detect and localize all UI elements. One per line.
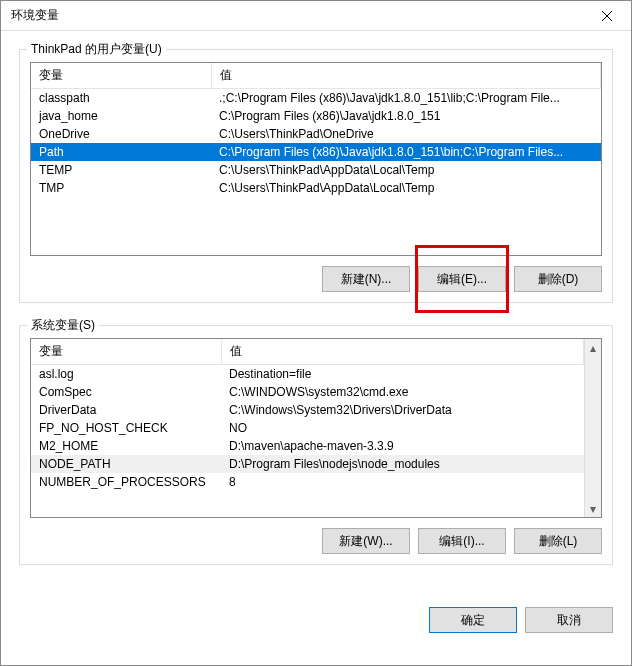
cell-value: Destination=file <box>221 365 584 384</box>
table-row[interactable]: NODE_PATHD:\Program Files\nodejs\node_mo… <box>31 455 584 473</box>
cell-name: java_home <box>31 107 211 125</box>
column-header-value[interactable]: 值 <box>211 63 601 89</box>
cell-value: 8 <box>221 473 584 491</box>
table-row[interactable]: PathC:\Program Files (x86)\Java\jdk1.8.0… <box>31 143 601 161</box>
dialog-content: ThinkPad 的用户变量(U) 变量 值 classpath.;C:\Pro… <box>1 31 631 597</box>
cell-name: TMP <box>31 179 211 197</box>
cell-value: .;C:\Program Files (x86)\Java\jdk1.8.0_1… <box>211 89 601 108</box>
close-icon <box>602 11 612 21</box>
scroll-up-icon[interactable]: ▴ <box>585 339 601 356</box>
scrollbar[interactable]: ▴ ▾ <box>584 339 601 517</box>
user-variables-table[interactable]: 变量 值 classpath.;C:\Program Files (x86)\J… <box>30 62 602 256</box>
cell-name: asl.log <box>31 365 221 384</box>
ok-button[interactable]: 确定 <box>429 607 517 633</box>
cell-value: D:\Program Files\nodejs\node_modules <box>221 455 584 473</box>
new-button[interactable]: 新建(N)... <box>322 266 410 292</box>
table-header-row[interactable]: 变量 值 <box>31 63 601 89</box>
scroll-down-icon[interactable]: ▾ <box>585 500 601 517</box>
cell-name: DriverData <box>31 401 221 419</box>
cell-name: Path <box>31 143 211 161</box>
cell-value: C:\WINDOWS\system32\cmd.exe <box>221 383 584 401</box>
window-title: 环境变量 <box>11 7 584 24</box>
system-variables-legend: 系统变量(S) <box>27 317 99 334</box>
cell-value: C:\Users\ThinkPad\AppData\Local\Temp <box>211 161 601 179</box>
edit-button[interactable]: 编辑(I)... <box>418 528 506 554</box>
table-row[interactable]: TEMPC:\Users\ThinkPad\AppData\Local\Temp <box>31 161 601 179</box>
table-row[interactable]: NUMBER_OF_PROCESSORS8 <box>31 473 584 491</box>
column-header-name[interactable]: 变量 <box>31 339 221 365</box>
table-row[interactable]: ComSpecC:\WINDOWS\system32\cmd.exe <box>31 383 584 401</box>
table-row[interactable]: asl.logDestination=file <box>31 365 584 384</box>
cancel-button[interactable]: 取消 <box>525 607 613 633</box>
system-vars-button-row: 新建(W)... 编辑(I)... 删除(L) <box>30 528 602 554</box>
new-button[interactable]: 新建(W)... <box>322 528 410 554</box>
delete-button[interactable]: 删除(L) <box>514 528 602 554</box>
system-variables-table[interactable]: 变量 值 asl.logDestination=fileComSpecC:\WI… <box>30 338 602 518</box>
delete-button[interactable]: 删除(D) <box>514 266 602 292</box>
dialog-button-row: 确定 取消 <box>1 597 631 647</box>
table-header-row[interactable]: 变量 值 <box>31 339 584 365</box>
cell-name: ComSpec <box>31 383 221 401</box>
cell-name: NODE_PATH <box>31 455 221 473</box>
table-row[interactable]: java_homeC:\Program Files (x86)\Java\jdk… <box>31 107 601 125</box>
system-variables-group: 系统变量(S) 变量 值 asl.logDestination=fileComS… <box>19 325 613 565</box>
cell-value: C:\Program Files (x86)\Java\jdk1.8.0_151… <box>211 143 601 161</box>
user-variables-group: ThinkPad 的用户变量(U) 变量 值 classpath.;C:\Pro… <box>19 49 613 303</box>
cell-name: classpath <box>31 89 211 108</box>
titlebar: 环境变量 <box>1 1 631 31</box>
cell-name: NUMBER_OF_PROCESSORS <box>31 473 221 491</box>
close-button[interactable] <box>584 1 629 30</box>
table-row[interactable]: classpath.;C:\Program Files (x86)\Java\j… <box>31 89 601 108</box>
table-row[interactable]: DriverDataC:\Windows\System32\Drivers\Dr… <box>31 401 584 419</box>
table-row[interactable]: TMPC:\Users\ThinkPad\AppData\Local\Temp <box>31 179 601 197</box>
cell-name: TEMP <box>31 161 211 179</box>
cell-value: D:\maven\apache-maven-3.3.9 <box>221 437 584 455</box>
table-row[interactable]: M2_HOMED:\maven\apache-maven-3.3.9 <box>31 437 584 455</box>
scrollbar-track[interactable] <box>585 356 601 500</box>
cell-name: M2_HOME <box>31 437 221 455</box>
column-header-name[interactable]: 变量 <box>31 63 211 89</box>
cell-name: FP_NO_HOST_CHECK <box>31 419 221 437</box>
cell-value: C:\Users\ThinkPad\OneDrive <box>211 125 601 143</box>
user-vars-button-row: 新建(N)... 编辑(E)... 删除(D) <box>30 266 602 292</box>
edit-button[interactable]: 编辑(E)... <box>418 266 506 292</box>
user-variables-legend: ThinkPad 的用户变量(U) <box>27 41 166 58</box>
cell-name: OneDrive <box>31 125 211 143</box>
table-row[interactable]: OneDriveC:\Users\ThinkPad\OneDrive <box>31 125 601 143</box>
cell-value: NO <box>221 419 584 437</box>
table-row[interactable]: FP_NO_HOST_CHECKNO <box>31 419 584 437</box>
cell-value: C:\Program Files (x86)\Java\jdk1.8.0_151 <box>211 107 601 125</box>
cell-value: C:\Users\ThinkPad\AppData\Local\Temp <box>211 179 601 197</box>
cell-value: C:\Windows\System32\Drivers\DriverData <box>221 401 584 419</box>
column-header-value[interactable]: 值 <box>221 339 584 365</box>
